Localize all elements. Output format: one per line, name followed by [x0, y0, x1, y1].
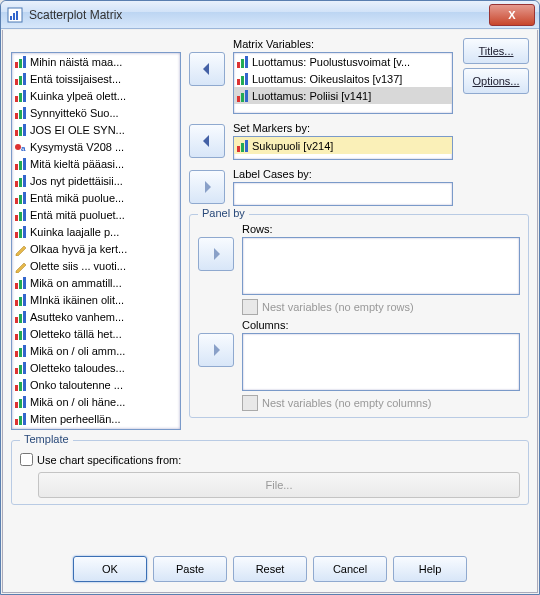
titlebar: Scatterplot Matrix X: [1, 1, 539, 29]
list-item[interactable]: Mitä kieltä pääasi...: [12, 155, 180, 172]
panel-by-group: Panel by Rows: Nest variables (no empty …: [189, 214, 529, 418]
list-item-label: Entä mitä puoluet...: [30, 209, 125, 221]
list-item[interactable]: Mikä on ammatill...: [12, 274, 180, 291]
label-cases-label: Label Cases by:: [233, 168, 453, 180]
svg-rect-9: [16, 11, 18, 20]
list-item[interactable]: Olette siis ... vuoti...: [12, 257, 180, 274]
list-item[interactable]: Onko taloutenne ...: [12, 376, 180, 393]
dialog-window: Scatterplot Matrix X Mihin näistä maa...…: [0, 0, 540, 595]
bar-chart-icon: [14, 378, 28, 392]
matrix-variables-box[interactable]: Luottamus: Puolustusvoimat [v...Luottamu…: [233, 52, 453, 114]
close-icon: X: [508, 9, 515, 21]
list-item[interactable]: Jos nyt pidettäisii...: [12, 172, 180, 189]
list-item[interactable]: Oletteko tällä het...: [12, 325, 180, 342]
arrow-left-icon: [199, 133, 215, 149]
titles-button[interactable]: Titles...: [463, 38, 529, 64]
bar-chart-icon: [14, 208, 28, 222]
bar-chart-icon: [236, 139, 250, 153]
list-item-label: Olette siis ... vuoti...: [30, 260, 126, 272]
move-to-columns-button[interactable]: [198, 333, 234, 367]
list-item-label: Mikä on / oli häne...: [30, 396, 125, 408]
dialog-buttons: OK Paste Reset Cancel Help: [3, 556, 537, 582]
file-button: File...: [38, 472, 520, 498]
cancel-button[interactable]: Cancel: [313, 556, 387, 582]
list-item[interactable]: Kuinka ylpeä olett...: [12, 87, 180, 104]
list-item[interactable]: Kysymystä V208 ...: [12, 138, 180, 155]
matrix-variables-label: Matrix Variables:: [233, 38, 453, 50]
bar-chart-icon: [14, 89, 28, 103]
list-item-label: Luottamus: Poliisi [v141]: [252, 90, 371, 102]
list-item[interactable]: Synnyittekö Suo...: [12, 104, 180, 121]
move-to-rows-button[interactable]: [198, 237, 234, 271]
set-markers-box[interactable]: Sukupuoli [v214]: [233, 136, 453, 160]
list-item[interactable]: Luottamus: Poliisi [v141]: [234, 87, 452, 104]
template-group: Template Use chart specifications from: …: [11, 440, 529, 505]
nest-columns-checkbox: Nest variables (no empty columns): [242, 395, 520, 411]
list-item[interactable]: Luottamus: Puolustusvoimat [v...: [234, 53, 452, 70]
panel-by-legend: Panel by: [198, 207, 249, 219]
nest-rows-checkbox: Nest variables (no empty rows): [242, 299, 520, 315]
move-to-label-cases-button[interactable]: [189, 170, 225, 204]
bar-chart-icon: [14, 412, 28, 426]
list-item-label: Entä toissijaisest...: [30, 73, 121, 85]
list-item[interactable]: Entä mitä puoluet...: [12, 206, 180, 223]
bar-chart-icon: [14, 276, 28, 290]
paste-button[interactable]: Paste: [153, 556, 227, 582]
use-chart-spec-checkbox[interactable]: Use chart specifications from:: [20, 453, 520, 466]
list-item[interactable]: MInkä ikäinen olit...: [12, 291, 180, 308]
list-item-label: Asutteko vanhem...: [30, 311, 124, 323]
panel-rows-box[interactable]: [242, 237, 520, 295]
list-item-label: Miten perheellän...: [30, 413, 121, 425]
template-legend: Template: [20, 433, 73, 445]
options-button[interactable]: Options...: [463, 68, 529, 94]
arrow-right-icon: [208, 342, 224, 358]
list-item[interactable]: Sukupuoli [v214]: [234, 137, 452, 154]
pencil-icon: [14, 242, 28, 256]
list-item[interactable]: Entä toissijaisest...: [12, 70, 180, 87]
move-to-markers-button[interactable]: [189, 124, 225, 158]
list-item-label: Luottamus: Puolustusvoimat [v...: [252, 56, 410, 68]
set-markers-label: Set Markers by:: [233, 122, 453, 134]
pencil-icon: [14, 259, 28, 273]
list-item[interactable]: Oletteko taloudes...: [12, 359, 180, 376]
reset-button[interactable]: Reset: [233, 556, 307, 582]
list-item[interactable]: Kuinka laajalle p...: [12, 223, 180, 240]
bar-chart-icon: [14, 106, 28, 120]
bar-chart-icon: [14, 327, 28, 341]
dialog-body: Mihin näistä maa...Entä toissijaisest...…: [2, 30, 538, 593]
bar-chart-icon: [14, 225, 28, 239]
list-item-label: Mihin näistä maa...: [30, 56, 122, 68]
list-item-label: Jos nyt pidettäisii...: [30, 175, 123, 187]
list-item[interactable]: Mihin näistä maa...: [12, 53, 180, 70]
bar-chart-icon: [14, 157, 28, 171]
list-item[interactable]: Entä mikä puolue...: [12, 189, 180, 206]
list-item[interactable]: Mikä on / oli amm...: [12, 342, 180, 359]
bar-chart-icon: [236, 55, 250, 69]
list-item[interactable]: Luottamus: Oikeuslaitos [v137]: [234, 70, 452, 87]
list-item-label: Entä mikä puolue...: [30, 192, 124, 204]
list-item[interactable]: Asutteko vanhem...: [12, 308, 180, 325]
list-item-label: MInkä ikäinen olit...: [30, 294, 124, 306]
bar-chart-icon: [236, 72, 250, 86]
list-item[interactable]: Miten perheellän...: [12, 410, 180, 427]
list-item[interactable]: Olkaa hyvä ja kert...: [12, 240, 180, 257]
arrow-right-icon: [208, 246, 224, 262]
source-variable-list[interactable]: Mihin näistä maa...Entä toissijaisest...…: [11, 52, 181, 430]
close-button[interactable]: X: [489, 4, 535, 26]
bar-chart-icon: [14, 123, 28, 137]
checkbox-input[interactable]: [20, 453, 33, 466]
help-button[interactable]: Help: [393, 556, 467, 582]
panel-columns-box[interactable]: [242, 333, 520, 391]
move-to-matrix-button[interactable]: [189, 52, 225, 86]
list-item-label: Sukupuoli [v214]: [252, 140, 333, 152]
bar-chart-icon: [14, 174, 28, 188]
list-item-label: Mitä kieltä pääasi...: [30, 158, 124, 170]
label-cases-box[interactable]: [233, 182, 453, 206]
bar-chart-icon: [236, 89, 250, 103]
ok-button[interactable]: OK: [73, 556, 147, 582]
list-item[interactable]: Mikä on / oli häne...: [12, 393, 180, 410]
svg-rect-8: [13, 13, 15, 20]
bar-chart-icon: [14, 395, 28, 409]
bar-chart-icon: [14, 191, 28, 205]
list-item[interactable]: JOS EI OLE SYN...: [12, 121, 180, 138]
